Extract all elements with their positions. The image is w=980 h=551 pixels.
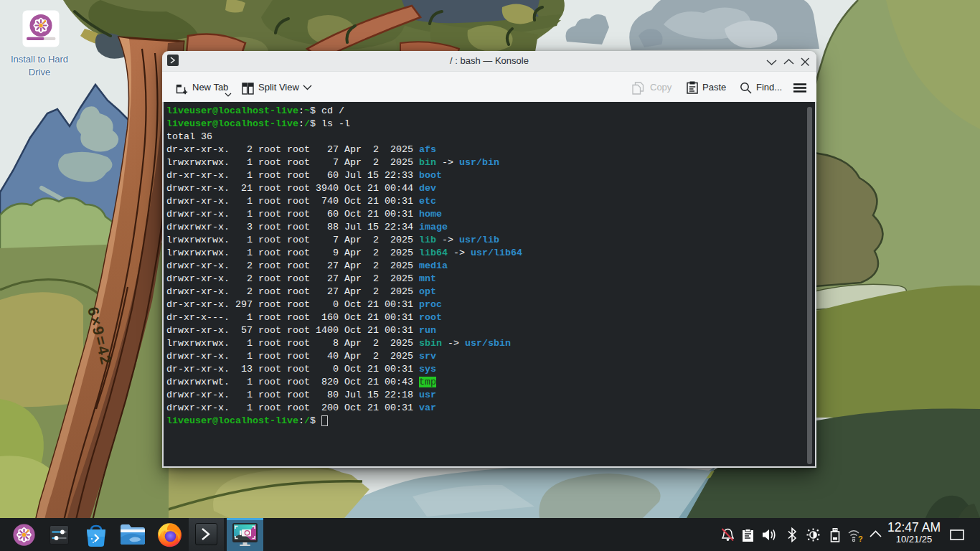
svg-text:?: ?	[858, 534, 863, 542]
